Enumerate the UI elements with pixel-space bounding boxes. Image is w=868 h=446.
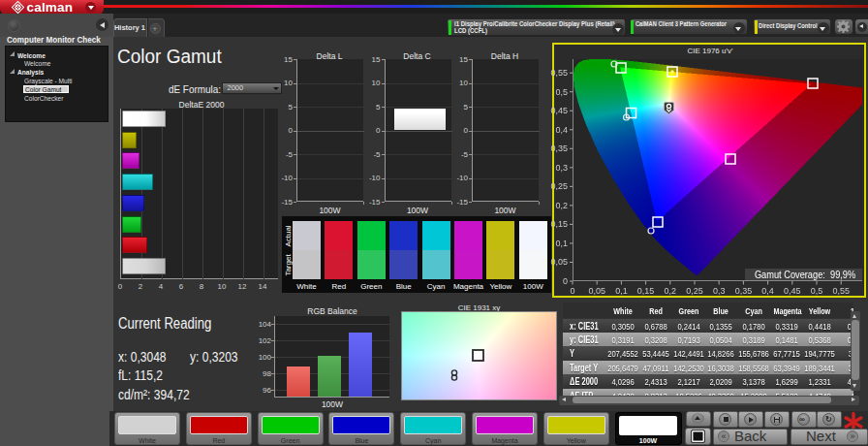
svg-text:0,55: 0,55	[832, 286, 850, 296]
svg-text:0,05: 0,05	[588, 286, 605, 296]
svg-text:0: 0	[563, 276, 568, 286]
svg-text:0,15: 0,15	[637, 286, 655, 296]
svg-text:0,45: 0,45	[550, 106, 568, 115]
svg-text:0,55: 0,55	[550, 68, 568, 78]
svg-text:0,25: 0,25	[550, 181, 568, 191]
svg-text:0,1: 0,1	[615, 286, 628, 296]
svg-text:0,1: 0,1	[555, 239, 568, 248]
svg-text:0,25: 0,25	[686, 286, 703, 296]
svg-text:0,4: 0,4	[555, 125, 568, 135]
svg-text:0,5: 0,5	[555, 87, 568, 97]
svg-text:0,4: 0,4	[761, 286, 774, 296]
svg-text:0,5: 0,5	[811, 286, 823, 296]
svg-text:0: 0	[570, 286, 574, 296]
svg-text:0,15: 0,15	[550, 219, 568, 229]
svg-text:0,35: 0,35	[550, 143, 568, 153]
svg-text:0,35: 0,35	[735, 286, 753, 296]
svg-text:0,45: 0,45	[784, 286, 801, 296]
svg-text:0,2: 0,2	[555, 201, 568, 210]
svg-text:0,3: 0,3	[555, 163, 568, 173]
svg-text:0,05: 0,05	[550, 257, 568, 267]
svg-text:0,3: 0,3	[713, 286, 726, 296]
svg-text:0,2: 0,2	[665, 286, 677, 296]
